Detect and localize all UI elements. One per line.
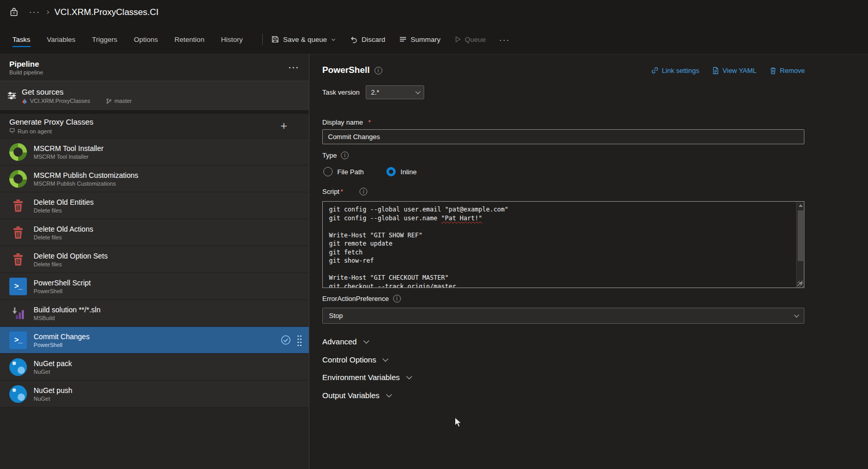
link-settings-label: Link settings xyxy=(662,67,699,74)
summary-button[interactable]: Summary xyxy=(399,35,441,43)
add-task-button[interactable]: + xyxy=(280,120,287,132)
task-row-powershell-script[interactable]: >_ PowerShell Script PowerShell xyxy=(0,273,309,300)
scrollbar-thumb[interactable] xyxy=(798,210,803,261)
script-editor[interactable]: git config --global user.email "pat@exam… xyxy=(322,201,804,288)
mscrm-tool-installer-icon xyxy=(9,143,27,161)
drag-handle[interactable] xyxy=(297,335,302,346)
repo-icon xyxy=(22,98,27,104)
queue-button[interactable]: Queue xyxy=(454,36,486,43)
section-advanced[interactable]: Advanced xyxy=(322,337,367,346)
pipeline-header-item[interactable]: Pipeline Build pipeline ··· xyxy=(0,54,309,81)
tab-options[interactable]: Options xyxy=(134,25,158,54)
task-version-label: Task version xyxy=(322,88,360,96)
repo-name: VCI.XRM.ProxyClasses xyxy=(30,98,90,104)
task-subtitle: MSBuild xyxy=(34,315,100,321)
discard-label: Discard xyxy=(362,36,385,43)
display-name-label-text: Display name xyxy=(322,118,363,126)
summary-list-icon xyxy=(399,35,407,43)
chevron-down-icon[interactable] xyxy=(331,37,336,42)
task-list: MSCRM Tool Installer MSCRM Tool Installe… xyxy=(0,139,309,407)
task-title: NuGet push xyxy=(34,386,72,395)
save-icon xyxy=(271,35,279,43)
task-title: Delete Old Option Sets xyxy=(34,252,108,260)
type-label: Type i xyxy=(322,152,349,159)
script-label-text: Script xyxy=(322,188,339,195)
summary-label: Summary xyxy=(411,36,441,43)
undo-icon xyxy=(350,35,358,43)
radio-on-icon xyxy=(386,167,396,176)
link-settings-button[interactable]: Link settings xyxy=(651,66,699,74)
trash-icon xyxy=(9,251,27,268)
tab-variables[interactable]: Variables xyxy=(47,25,76,54)
scroll-up-arrow-icon[interactable] xyxy=(797,202,804,209)
toolbar-more-button[interactable]: ··· xyxy=(499,35,510,44)
task-subtitle: PowerShell xyxy=(34,342,89,348)
section-output-variables-label: Output Variables xyxy=(322,391,380,400)
discard-button[interactable]: Discard xyxy=(350,35,385,43)
tab-retention[interactable]: Retention xyxy=(174,25,204,54)
phase-header-item[interactable]: Generate Proxy Classes Run on agent + xyxy=(0,114,309,139)
task-row-nuget-pack[interactable]: NuGet pack NuGet xyxy=(0,354,309,381)
task-row-commit-changes[interactable]: >_ Commit Changes PowerShell xyxy=(0,327,309,354)
page-title: VCI.XRM.ProxyClasses.CI xyxy=(54,7,158,18)
task-row-build-solution[interactable]: Build solution **/*.sln MSBuild xyxy=(0,300,309,327)
resize-grip[interactable] xyxy=(797,281,803,287)
task-row-delete-old-entities[interactable]: Delete Old Entities Delete files xyxy=(0,192,309,219)
info-icon[interactable]: i xyxy=(341,152,349,159)
task-title: Commit Changes xyxy=(34,332,89,341)
view-yaml-button[interactable]: View YAML xyxy=(712,67,757,74)
agent-icon xyxy=(9,128,15,134)
get-sources-title: Get sources xyxy=(22,87,132,96)
section-environment-variables-label: Environment Variables xyxy=(322,373,400,382)
task-row-mscrm-publish-customizations[interactable]: MSCRM Publish Customizations MSCRM Publi… xyxy=(0,165,309,192)
section-environment-variables[interactable]: Environment Variables xyxy=(322,373,410,382)
task-subtitle: NuGet xyxy=(34,369,72,375)
branch-icon xyxy=(106,98,112,104)
sources-sliders-icon xyxy=(7,91,17,100)
display-name-input[interactable] xyxy=(322,129,804,144)
error-action-label: ErrorActionPreference i xyxy=(322,295,401,302)
info-icon[interactable]: i xyxy=(393,295,401,302)
tab-history[interactable]: History xyxy=(221,25,243,54)
task-version-dropdown[interactable]: 2.* xyxy=(366,85,424,99)
task-title: Delete Old Entities xyxy=(34,198,94,206)
remove-task-button[interactable]: Remove xyxy=(769,67,805,74)
pipeline-more-button[interactable]: ··· xyxy=(289,63,300,72)
panel-section-gap xyxy=(0,110,309,114)
section-advanced-label: Advanced xyxy=(322,337,357,346)
task-row-nuget-push[interactable]: NuGet push NuGet xyxy=(0,381,309,407)
tab-tasks[interactable]: Tasks xyxy=(12,25,31,54)
task-row-mscrm-tool-installer[interactable]: MSCRM Tool Installer MSCRM Tool Installe… xyxy=(0,139,309,165)
info-icon[interactable]: i xyxy=(375,67,382,74)
radio-off-icon xyxy=(323,167,333,176)
msbuild-icon xyxy=(9,305,27,322)
nuget-icon xyxy=(9,385,27,403)
breadcrumb-collapsed-button[interactable]: ··· xyxy=(27,8,42,17)
chevron-down-icon xyxy=(406,373,412,379)
error-action-label-text: ErrorActionPreference xyxy=(322,295,389,302)
trash-icon xyxy=(9,224,27,241)
script-content[interactable]: git config --global user.email "pat@exam… xyxy=(323,202,804,288)
project-icon[interactable] xyxy=(8,7,20,18)
task-row-delete-old-actions[interactable]: Delete Old Actions Delete files xyxy=(0,219,309,246)
error-action-dropdown[interactable]: Stop xyxy=(322,308,804,324)
task-version-field: Task version 2.* xyxy=(322,85,424,99)
task-title: MSCRM Tool Installer xyxy=(34,144,103,153)
display-name-label: Display name* xyxy=(322,118,371,126)
tab-triggers[interactable]: Triggers xyxy=(92,25,117,54)
save-and-queue-button[interactable]: Save & queue xyxy=(271,35,336,43)
radio-file-path[interactable]: File Path xyxy=(323,167,364,176)
azure-devops-pipeline-editor: ··· › VCI.XRM.ProxyClasses.CI Tasks Vari… xyxy=(0,0,868,469)
task-subtitle: MSCRM Publish Customizations xyxy=(34,180,138,187)
get-sources-item[interactable]: Get sources VCI.XRM.ProxyClasses xyxy=(0,81,309,110)
selected-check-icon xyxy=(281,335,291,345)
info-icon[interactable]: i xyxy=(360,188,367,195)
section-control-options[interactable]: Control Options xyxy=(322,355,386,364)
task-row-delete-old-option-sets[interactable]: Delete Old Option Sets Delete files xyxy=(0,246,309,273)
trash-icon xyxy=(9,197,27,215)
radio-inline[interactable]: Inline xyxy=(386,167,416,176)
script-scrollbar[interactable] xyxy=(796,202,804,288)
task-details-panel: PowerShell i Link settings View YAML xyxy=(310,54,868,469)
task-subtitle: Delete files xyxy=(34,234,93,240)
section-output-variables[interactable]: Output Variables xyxy=(322,391,390,400)
